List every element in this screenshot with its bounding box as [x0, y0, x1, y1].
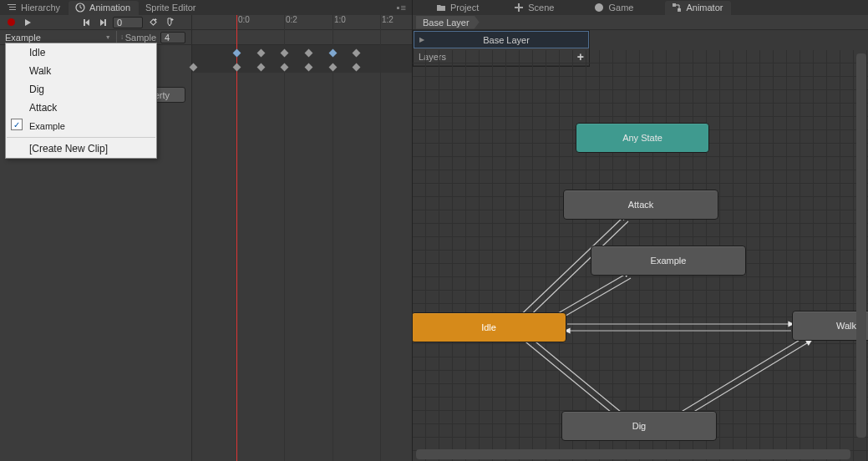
- dopesheet[interactable]: 0:0 0:2 1:0 1:2: [192, 45, 412, 461]
- node-label: Dig: [632, 421, 647, 431]
- node-label: Any State: [622, 133, 662, 143]
- ruler-tick: 1:0: [334, 15, 346, 24]
- tab-sprite-editor[interactable]: Sprite Editor: [139, 1, 205, 15]
- drag-handle-icon: ⁞: [121, 34, 123, 41]
- layer-label: Base Layer: [429, 35, 583, 45]
- ruler-tick: 0:0: [238, 15, 250, 24]
- scrollbar-horizontal[interactable]: [416, 449, 850, 459]
- tab-scene[interactable]: Scene: [507, 1, 562, 15]
- layer-base-layer[interactable]: ▶ Base Layer: [414, 31, 589, 48]
- breadcrumb-base-layer[interactable]: Base Layer: [416, 16, 480, 29]
- ruler-tick: 1:2: [382, 15, 393, 24]
- animation-controls: 0: [0, 15, 412, 30]
- tab-sprite-label: Sprite Editor: [145, 3, 196, 13]
- add-keyframe-button[interactable]: [145, 16, 161, 29]
- node-example[interactable]: Example: [591, 246, 746, 276]
- add-event-button[interactable]: [161, 16, 178, 29]
- node-idle[interactable]: Idle: [413, 312, 566, 342]
- clip-menu-item-attack[interactable]: Attack: [6, 99, 156, 117]
- svg-line-11: [522, 331, 626, 416]
- tab-game-label: Game: [608, 3, 633, 13]
- clip-menu-item-walk[interactable]: Walk: [6, 62, 156, 80]
- left-panel: Hierarchy Animation Sprite Editor ▪≡ 0: [0, 0, 413, 461]
- record-button[interactable]: [3, 16, 19, 29]
- skip-forward-icon: [100, 19, 106, 26]
- tab-scene-label: Scene: [528, 3, 554, 13]
- ruler-tick: 0:2: [286, 15, 297, 24]
- summary-rows: [192, 45, 412, 73]
- animator-icon: [672, 3, 682, 13]
- node-attack[interactable]: Attack: [563, 190, 718, 220]
- node-label: Example: [651, 256, 687, 266]
- game-icon: [594, 3, 604, 13]
- tab-animator-label: Animator: [686, 3, 723, 13]
- skip-back-icon: [84, 19, 89, 26]
- tab-hierarchy-label: Hierarchy: [21, 3, 60, 13]
- node-label: Attack: [628, 200, 654, 210]
- sample-label: Sample: [125, 33, 156, 43]
- right-panel: Project Scene Game Animator Base Layer ▶…: [413, 0, 868, 461]
- play-button[interactable]: [19, 16, 36, 29]
- node-any-state[interactable]: Any State: [576, 123, 709, 153]
- folder-icon: [436, 3, 446, 13]
- play-icon: [25, 19, 31, 26]
- menu-separator: [7, 137, 155, 138]
- svg-line-12: [667, 337, 805, 420]
- sample-value[interactable]: 4: [160, 32, 185, 43]
- clip-menu-item-idle[interactable]: Idle: [6, 43, 156, 62]
- record-icon: [8, 18, 15, 26]
- right-tab-bar: Project Scene Game Animator: [413, 0, 868, 15]
- scrollbar-vertical[interactable]: [856, 53, 866, 438]
- chevron-down-icon: ▼: [105, 34, 111, 40]
- tab-hierarchy[interactable]: Hierarchy: [0, 1, 69, 15]
- clip-menu-item-dig[interactable]: Dig: [6, 80, 156, 99]
- svg-line-10: [517, 335, 621, 420]
- tab-project[interactable]: Project: [429, 1, 487, 15]
- frame-number-field[interactable]: 0: [113, 17, 143, 28]
- node-label: Walk: [836, 321, 856, 331]
- svg-rect-2: [673, 3, 676, 7]
- playhead[interactable]: [236, 15, 237, 461]
- tab-project-label: Project: [450, 3, 479, 13]
- sample-field[interactable]: ⁞ Sample 4: [117, 32, 191, 43]
- add-keyframe-icon: [149, 18, 158, 27]
- clip-dropdown-label: Example: [5, 33, 41, 43]
- next-frame-button[interactable]: [94, 16, 111, 29]
- clip-menu-create-new[interactable]: [Create New Clip]: [6, 139, 156, 158]
- clip-menu-item-example[interactable]: ✓ Example: [6, 117, 156, 135]
- hierarchy-icon: [7, 3, 17, 13]
- triangle-right-icon: ▶: [419, 36, 424, 43]
- scene-icon: [514, 3, 524, 13]
- tab-animation[interactable]: Animation: [69, 1, 139, 15]
- panel-menu-icon[interactable]: ▪≡: [392, 3, 412, 13]
- node-label: Idle: [481, 322, 496, 332]
- state-graph[interactable]: Any State Attack Example Idle Walk Dig: [413, 50, 868, 461]
- tab-animator[interactable]: Animator: [665, 1, 731, 15]
- tab-game[interactable]: Game: [587, 1, 642, 15]
- clip-menu-item-label: Example: [29, 121, 65, 131]
- tab-animation-label: Animation: [89, 3, 130, 13]
- prev-frame-button[interactable]: [78, 16, 94, 29]
- add-event-icon: [165, 18, 175, 27]
- animation-icon: [75, 3, 85, 13]
- node-dig[interactable]: Dig: [561, 411, 717, 441]
- animator-breadcrumb-row: Base Layer: [413, 15, 868, 30]
- clip-dropdown-menu: Idle Walk Dig Attack ✓ Example [Create N…: [5, 43, 157, 159]
- left-tab-bar: Hierarchy Animation Sprite Editor ▪≡: [0, 0, 412, 15]
- check-icon: ✓: [11, 119, 23, 130]
